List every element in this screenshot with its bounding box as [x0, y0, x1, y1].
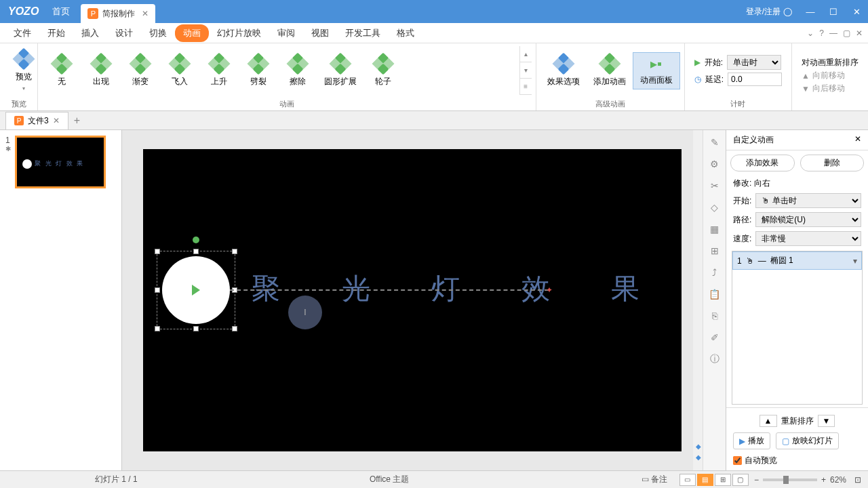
panel-title: 自定义动画: [733, 134, 774, 146]
home-button[interactable]: 首页: [47, 5, 75, 18]
resize-handle[interactable]: [232, 326, 237, 331]
path-end-icon[interactable]: ✦: [546, 285, 553, 295]
prev-slide-icon[interactable]: ◆: [696, 443, 701, 450]
resize-handle[interactable]: [193, 326, 199, 331]
resize-handle[interactable]: [155, 249, 160, 254]
minimize-button[interactable]: —: [799, 0, 822, 23]
slide-number: 1: [5, 136, 11, 145]
path-start-icon[interactable]: [192, 285, 200, 296]
close-panel-icon[interactable]: ✕: [854, 134, 861, 146]
minimize-ribbon-icon[interactable]: —: [829, 28, 837, 38]
slideshow-button[interactable]: ▢放映幻灯片: [776, 432, 839, 449]
start-select[interactable]: 单击时: [727, 55, 781, 70]
note-icon[interactable]: ✐: [708, 331, 722, 344]
reading-view-button[interactable]: ▢: [732, 474, 749, 486]
anim-劈裂[interactable]: 劈裂: [239, 52, 278, 90]
resize-handle[interactable]: [155, 287, 160, 293]
normal-view-button[interactable]: ▭: [679, 474, 696, 486]
menu-动画[interactable]: 动画: [175, 24, 209, 42]
add-tab-button[interactable]: +: [68, 115, 85, 127]
menu-格式[interactable]: 格式: [389, 24, 422, 42]
auto-preview-checkbox[interactable]: [733, 456, 742, 465]
slide-thumbnail[interactable]: 聚 光 灯 效 果: [15, 136, 106, 188]
sorter-view-button[interactable]: ⊞: [715, 474, 731, 486]
anim-出现[interactable]: 出现: [81, 52, 121, 90]
close-doc-icon[interactable]: ✕: [856, 28, 863, 38]
clipboard-icon[interactable]: 📋: [708, 287, 722, 301]
panel-start-select[interactable]: 🖱 单击时: [755, 193, 861, 208]
menu-开发工具[interactable]: 开发工具: [337, 24, 389, 42]
menu-审阅[interactable]: 审阅: [269, 24, 303, 42]
outline-view-button[interactable]: ▤: [697, 474, 713, 486]
vertical-scrollbar[interactable]: [693, 130, 703, 470]
add-animation-button[interactable]: 添加动画: [587, 52, 633, 90]
menu-设计[interactable]: 设计: [107, 24, 141, 42]
grid-icon[interactable]: ▦: [708, 222, 722, 236]
ribbon-options-icon[interactable]: ⌄: [807, 28, 814, 38]
menu-开始[interactable]: 开始: [39, 24, 73, 42]
zoom-out-button[interactable]: −: [754, 475, 759, 485]
zoom-in-button[interactable]: +: [821, 475, 826, 485]
move-forward-button[interactable]: ▲向前移动: [802, 70, 859, 81]
anim-渐变[interactable]: 渐变: [121, 52, 160, 90]
menu-视图[interactable]: 视图: [303, 24, 337, 42]
panel-path-label: 路径:: [733, 214, 751, 226]
export-icon[interactable]: ⤴: [708, 266, 722, 279]
anim-上升[interactable]: 上升: [199, 52, 239, 90]
effect-options-button[interactable]: 效果选项: [540, 52, 587, 90]
menu-切换[interactable]: 切换: [141, 24, 175, 42]
close-button[interactable]: ✕: [845, 0, 868, 23]
animation-list-item[interactable]: 1 🖱 — 椭圆 1 ▾: [732, 251, 862, 270]
animation-pane-button[interactable]: ▸▪ 动画面板: [633, 52, 680, 89]
copy-icon[interactable]: ⎘: [708, 309, 722, 323]
delay-input[interactable]: [728, 73, 782, 86]
gallery-more-icon[interactable]: ≡: [520, 79, 532, 95]
cut-icon[interactable]: ✂: [708, 179, 722, 192]
motion-path[interactable]: [230, 289, 549, 291]
anim-擦除[interactable]: 擦除: [278, 52, 317, 90]
fit-button[interactable]: ⊡: [854, 475, 861, 485]
play-button[interactable]: ▶播放: [733, 432, 770, 449]
panel-path-select[interactable]: 解除锁定(U): [755, 212, 861, 227]
login-button[interactable]: 登录/注册 ◯: [739, 6, 799, 18]
item-dropdown-icon[interactable]: ▾: [853, 256, 857, 266]
gallery-down-icon[interactable]: ▾: [520, 62, 532, 79]
close-file-icon[interactable]: ✕: [53, 116, 60, 125]
rotate-handle[interactable]: [193, 237, 199, 243]
zoom-slider[interactable]: [763, 479, 817, 481]
info-icon[interactable]: ⓘ: [708, 352, 722, 366]
menu-文件[interactable]: 文件: [5, 24, 39, 42]
help-icon[interactable]: ?: [819, 28, 824, 38]
resize-handle[interactable]: [232, 249, 237, 254]
anim-圆形扩展[interactable]: 圆形扩展: [317, 52, 363, 90]
reorder-down-icon[interactable]: ▼: [818, 415, 835, 427]
notes-button[interactable]: ▭ 备注: [642, 474, 667, 485]
anim-无[interactable]: 无: [42, 52, 81, 90]
delete-button[interactable]: 删除: [800, 155, 865, 171]
anim-飞入[interactable]: 飞入: [160, 52, 199, 90]
settings-icon[interactable]: ⚙: [708, 157, 722, 171]
document-tab[interactable]: P 简报制作 ✕: [81, 4, 155, 23]
canvas-area[interactable]: 聚 光 灯 效 果 ✦ I ◆ ◆: [122, 130, 703, 470]
gallery-up-icon[interactable]: ▴: [520, 46, 532, 62]
animation-pane-icon: ▸▪: [650, 56, 662, 72]
eraser-icon[interactable]: ◇: [708, 201, 722, 214]
panel-speed-select[interactable]: 非常慢: [755, 231, 861, 246]
next-slide-icon[interactable]: ◆: [696, 453, 701, 461]
menu-插入[interactable]: 插入: [73, 24, 107, 42]
close-tab-icon[interactable]: ✕: [142, 9, 149, 18]
anim-轮子[interactable]: 轮子: [363, 52, 403, 90]
move-backward-button[interactable]: ▼向后移动: [802, 83, 859, 94]
resize-handle[interactable]: [193, 249, 199, 254]
zoom-level[interactable]: 62%: [830, 475, 846, 485]
restore-icon[interactable]: ▢: [843, 28, 850, 38]
resize-handle[interactable]: [155, 326, 160, 331]
maximize-button[interactable]: ☐: [822, 0, 845, 23]
edit-icon[interactable]: ✎: [708, 136, 722, 149]
grid2-icon[interactable]: ⊞: [708, 244, 722, 258]
add-effect-button[interactable]: 添加效果: [730, 155, 795, 171]
reorder-up-icon[interactable]: ▲: [760, 415, 777, 427]
slide-canvas[interactable]: 聚 光 灯 效 果 ✦ I: [143, 149, 682, 451]
file-tab[interactable]: P 文件3 ✕: [5, 112, 68, 129]
menu-幻灯片放映[interactable]: 幻灯片放映: [209, 24, 269, 42]
